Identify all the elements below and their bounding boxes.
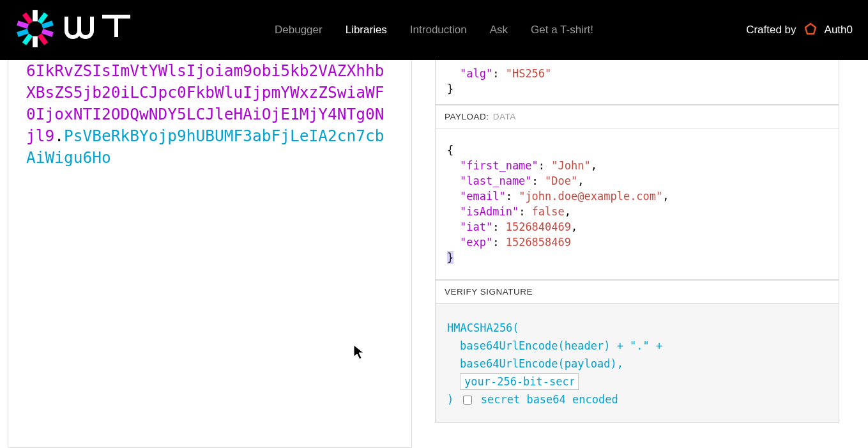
token-signature-segment: PsVBeRkBYojp9hUBUMF3abFjLeIA2cn7cbAiWigu… [26, 127, 385, 167]
svg-rect-7 [17, 20, 29, 29]
nav-link-libraries[interactable]: Libraries [346, 24, 387, 36]
crafted-by-label: Crafted by [746, 24, 796, 36]
json-value: 1526840469 [506, 220, 571, 233]
token-dot: . [54, 127, 64, 145]
json-open-brace: { [447, 144, 453, 157]
json-value: "john.doe@example.com" [519, 190, 662, 203]
decoded-panel: "alg": "HS256" } PAYLOAD: DATA { "first_… [435, 60, 839, 448]
nav-link-debugger[interactable]: Debugger [275, 24, 323, 36]
json-value: "John" [551, 159, 590, 172]
json-close-brace: } [447, 251, 453, 264]
svg-rect-5 [17, 29, 29, 37]
svg-rect-1 [33, 36, 38, 47]
payload-title: PAYLOAD: [445, 112, 489, 121]
json-value: "Doe" [545, 174, 577, 187]
secret-base64-checkbox[interactable] [463, 396, 472, 405]
json-close-brace: } [447, 82, 453, 95]
sig-close-paren: ) [447, 393, 453, 406]
sig-line-2: base64UrlEncode(header) + "." + [447, 337, 827, 355]
sig-line-1: HMACSHA256( [447, 319, 827, 337]
logo-text [64, 14, 138, 46]
json-key: "exp" [460, 236, 492, 249]
sig-line-3: base64UrlEncode(payload), [447, 355, 827, 373]
svg-rect-2 [38, 12, 49, 24]
logo-group[interactable] [15, 9, 138, 51]
json-key: "first_name" [460, 159, 538, 172]
header-json-body[interactable]: "alg": "HS256" } [435, 59, 839, 105]
nav-links: Debugger Libraries Introduction Ask Get … [275, 24, 593, 36]
payload-json-body[interactable]: { "first_name": "John","last_name": "Doe… [435, 128, 839, 280]
encoded-token-panel[interactable]: 6IkRvZSIsImVtYWlsIjoiam9obi5kb2VAZXhhbXB… [8, 60, 412, 448]
svg-rect-8 [38, 33, 49, 45]
payload-subtitle: DATA [493, 112, 516, 121]
signature-title: VERIFY SIGNATURE [445, 287, 533, 297]
json-value: false [532, 205, 565, 218]
json-value: "HS256" [506, 67, 552, 80]
crafted-by[interactable]: Crafted by Auth0 [746, 22, 853, 38]
signature-body: HMACSHA256( base64UrlEncode(header) + ".… [435, 304, 839, 423]
json-key: "isAdmin" [460, 205, 519, 218]
json-key: "last_name" [460, 174, 532, 187]
svg-rect-3 [22, 33, 33, 45]
nav-link-introduction[interactable]: Introduction [410, 24, 467, 36]
navbar: Debugger Libraries Introduction Ask Get … [0, 0, 868, 60]
auth0-icon [803, 22, 818, 38]
nav-link-tshirt[interactable]: Get a T-shirt! [531, 24, 593, 36]
signature-section-header: VERIFY SIGNATURE [435, 280, 839, 304]
json-key: "email" [460, 190, 506, 203]
json-key: "iat" [460, 220, 492, 233]
svg-rect-0 [33, 10, 38, 21]
json-key: "alg" [460, 67, 492, 80]
auth0-text: Auth0 [825, 24, 853, 36]
secret-base64-label: secret base64 encoded [481, 393, 618, 406]
json-value: 1526858469 [506, 236, 571, 249]
svg-rect-4 [42, 20, 54, 29]
svg-rect-6 [42, 29, 54, 37]
jwt-logo-icon [15, 9, 55, 51]
svg-rect-9 [22, 12, 33, 24]
secret-input[interactable] [460, 373, 579, 390]
main: 6IkRvZSIsImVtYWlsIjoiam9obi5kb2VAZXhhbXB… [0, 60, 868, 448]
payload-section-header: PAYLOAD: DATA [435, 105, 839, 128]
nav-link-ask[interactable]: Ask [490, 24, 508, 36]
